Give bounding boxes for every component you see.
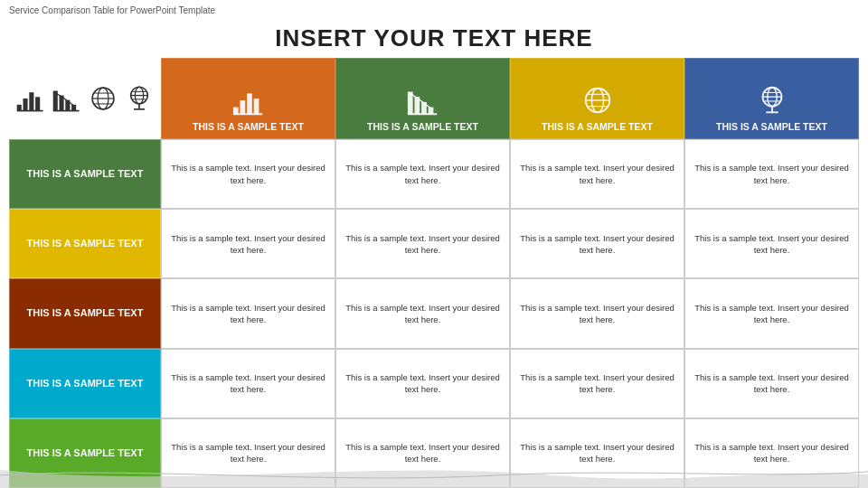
svg-rect-3 — [35, 97, 40, 110]
col-header-text-1: THIS IS A SAMPLE TEXT — [367, 121, 478, 133]
cell-2-1: This is a sample text. Insert your desir… — [335, 278, 510, 348]
cell-0-1: This is a sample text. Insert your desir… — [335, 139, 510, 209]
cell-1-0: This is a sample text. Insert your desir… — [161, 209, 335, 278]
col-header-text-3: THIS IS A SAMPLE TEXT — [716, 121, 827, 133]
col-header-icon-0 — [231, 83, 266, 117]
col-header-1: THIS IS A SAMPLE TEXT — [335, 58, 510, 139]
col-header-2: THIS IS A SAMPLE TEXT — [510, 58, 684, 139]
columns-area: THIS IS A SAMPLE TEXT THIS IS A SAMPLE T… — [161, 58, 859, 488]
svg-rect-25 — [253, 99, 259, 115]
svg-rect-0 — [17, 105, 22, 111]
cell-3-2: This is a sample text. Insert your desir… — [510, 349, 684, 418]
col-header-3: THIS IS A SAMPLE TEXT — [684, 58, 859, 139]
globe-icon-1 — [88, 83, 118, 114]
cell-1-3: This is a sample text. Insert your desir… — [684, 209, 859, 278]
row-label-1: THIS IS A SAMPLE TEXT — [9, 209, 161, 278]
row-label-0: THIS IS A SAMPLE TEXT — [9, 139, 161, 209]
data-row-1: This is a sample text. Insert your desir… — [161, 209, 859, 278]
svg-rect-2 — [29, 92, 33, 110]
cell-2-2: This is a sample text. Insert your desir… — [510, 278, 684, 348]
data-row-0: This is a sample text. Insert your desir… — [161, 139, 859, 209]
row-label-3: THIS IS A SAMPLE TEXT — [9, 349, 161, 418]
cell-3-0: This is a sample text. Insert your desir… — [161, 349, 335, 418]
svg-rect-23 — [240, 100, 245, 114]
svg-rect-1 — [24, 99, 28, 111]
cell-2-0: This is a sample text. Insert your desir… — [161, 278, 335, 348]
icons-area — [9, 58, 161, 139]
cell-1-1: This is a sample text. Insert your desir… — [335, 209, 510, 278]
cell-2-3: This is a sample text. Insert your desir… — [684, 278, 859, 348]
row-label-2: THIS IS A SAMPLE TEXT — [9, 278, 161, 348]
svg-rect-24 — [247, 94, 252, 115]
cell-3-3: This is a sample text. Insert your desir… — [684, 349, 859, 418]
template-label: Service Comparison Table for PowerPoint … — [0, 0, 868, 21]
content-area: THIS IS A SAMPLE TEXT THIS IS A SAMPLE T… — [0, 58, 868, 488]
left-panel: THIS IS A SAMPLE TEXT THIS IS A SAMPLE T… — [9, 58, 161, 488]
wave-decoration — [0, 461, 868, 488]
cell-1-2: This is a sample text. Insert your desir… — [510, 209, 684, 278]
data-row-3: This is a sample text. Insert your desir… — [161, 349, 859, 418]
col-header-icon-1 — [406, 83, 440, 117]
main-title: INSERT YOUR TEXT HERE — [0, 21, 868, 58]
svg-rect-22 — [232, 108, 238, 115]
cell-0-2: This is a sample text. Insert your desir… — [510, 139, 684, 209]
bar-chart-icon-1 — [15, 83, 46, 114]
col-header-icon-2 — [580, 83, 615, 117]
cell-0-3: This is a sample text. Insert your desir… — [684, 139, 859, 209]
col-header-icon-3 — [755, 83, 789, 117]
bar-chart-icon-2 — [52, 83, 82, 114]
globe-stand-icon — [124, 83, 155, 114]
data-row-2: This is a sample text. Insert your desir… — [161, 278, 859, 348]
col-header-text-0: THIS IS A SAMPLE TEXT — [193, 121, 304, 133]
col-header-0: THIS IS A SAMPLE TEXT — [161, 58, 335, 139]
cell-3-1: This is a sample text. Insert your desir… — [335, 349, 510, 418]
cell-0-0: This is a sample text. Insert your desir… — [161, 139, 335, 209]
row-labels: THIS IS A SAMPLE TEXT THIS IS A SAMPLE T… — [9, 139, 161, 488]
col-header-text-2: THIS IS A SAMPLE TEXT — [542, 121, 653, 133]
slide: Service Comparison Table for PowerPoint … — [0, 0, 868, 488]
col-headers: THIS IS A SAMPLE TEXT THIS IS A SAMPLE T… — [161, 58, 859, 139]
data-rows: This is a sample text. Insert your desir… — [161, 139, 859, 488]
